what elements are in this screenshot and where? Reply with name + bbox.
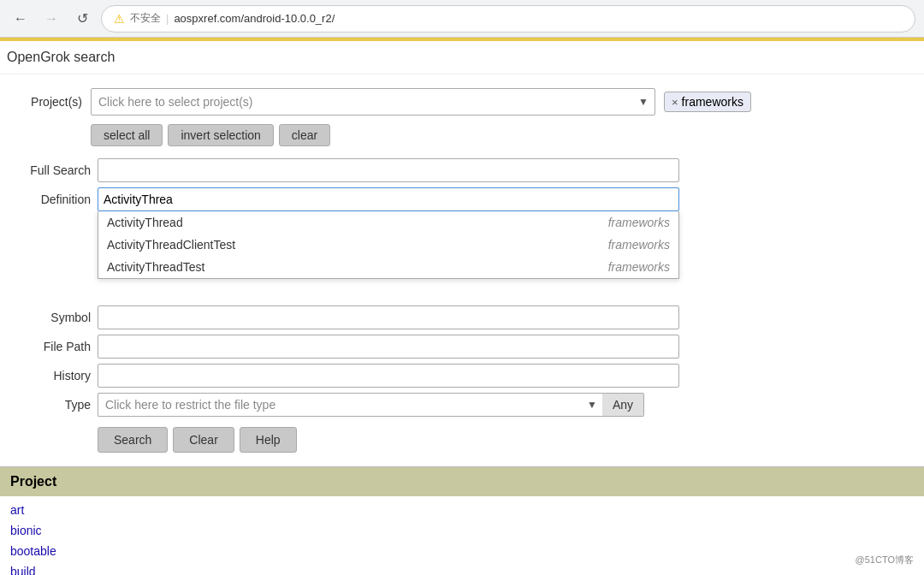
project-link-art[interactable]: art [10,500,914,520]
autocomplete-project-2: frameworks [608,260,670,274]
project-section-title: Project [10,474,56,489]
help-button[interactable]: Help [240,427,297,453]
page-header: OpenGrok search [0,41,924,74]
definition-row: Definition ActivityThread frameworks Act… [14,187,910,211]
browser-chrome: ← → ↺ ⚠ 不安全 | aospxref.com/android-10.0.… [0,0,924,38]
project-link-bionic[interactable]: bionic [10,520,914,541]
project-select-wrapper: Click here to select project(s) ▼ [91,88,655,116]
invert-selection-button[interactable]: invert selection [168,124,273,146]
full-search-input[interactable] [98,158,679,182]
symbol-row: Symbol [14,305,910,329]
autocomplete-name-1: ActivityThreadClientTest [107,238,235,252]
clear-button[interactable]: Clear [173,427,234,453]
autocomplete-project-0: frameworks [608,216,670,229]
autocomplete-name-2: ActivityThreadTest [107,260,204,274]
autocomplete-item-1[interactable]: ActivityThreadClientTest frameworks [98,234,678,256]
autocomplete-item-2[interactable]: ActivityThreadTest frameworks [98,256,678,278]
project-section-header: Project [0,466,924,496]
back-button[interactable]: ← [9,7,33,31]
insecure-label: 不安全 [130,11,161,26]
history-row: History [14,364,910,388]
type-row: Type Click here to restrict the file typ… [14,393,910,417]
any-button[interactable]: Any [602,393,644,417]
project-select[interactable]: Click here to select project(s) [91,88,655,116]
forward-button[interactable]: → [39,7,63,31]
security-warning-icon: ⚠ [114,12,125,26]
selection-buttons: select all invert selection clear [91,124,910,146]
clear-selection-button[interactable]: clear [279,124,330,146]
project-row: Project(s) Click here to select project(… [14,88,910,116]
select-all-button[interactable]: select all [91,124,163,146]
page-title: OpenGrok search [7,50,115,64]
definition-label: Definition [14,193,91,206]
type-select-wrapper: Click here to restrict the file type ▼ [98,393,602,417]
full-search-label: Full Search [14,163,91,177]
file-path-label: File Path [14,340,91,353]
url-text: aospxref.com/android-10.0.0_r2/ [174,12,335,25]
type-select[interactable]: Click here to restrict the file type [98,393,602,417]
tag-close-icon[interactable]: × [672,96,678,109]
search-button[interactable]: Search [98,427,168,453]
symbol-label: Symbol [14,311,91,324]
history-label: History [14,369,91,382]
autocomplete-dropdown: ActivityThread frameworks ActivityThread… [98,211,679,279]
address-bar[interactable]: ⚠ 不安全 | aospxref.com/android-10.0.0_r2/ [101,5,915,33]
reload-button[interactable]: ↺ [70,7,94,31]
full-search-row: Full Search [14,158,910,182]
watermark: @51CTO博客 [852,552,917,568]
separator: | [166,12,169,25]
project-link-bootable[interactable]: bootable [10,541,914,561]
autocomplete-name-0: ActivityThread [107,216,183,229]
type-label: Type [14,398,91,412]
autocomplete-item-0[interactable]: ActivityThread frameworks [98,211,678,234]
action-buttons: Search Clear Help [98,427,910,453]
framework-tag[interactable]: × frameworks [664,92,751,112]
file-path-input[interactable] [98,335,679,359]
project-list: art bionic bootable build [0,496,924,575]
project-label: Project(s) [14,95,82,109]
autocomplete-project-1: frameworks [608,238,670,252]
main-content: Project(s) Click here to select project(… [0,74,924,453]
symbol-input[interactable] [98,305,679,329]
project-link-build[interactable]: build [10,561,914,575]
search-form: Full Search Definition ActivityThread fr… [14,158,910,417]
history-input[interactable] [98,364,679,388]
tag-label: frameworks [682,95,743,109]
definition-input[interactable] [98,187,679,211]
file-path-row: File Path [14,335,910,359]
